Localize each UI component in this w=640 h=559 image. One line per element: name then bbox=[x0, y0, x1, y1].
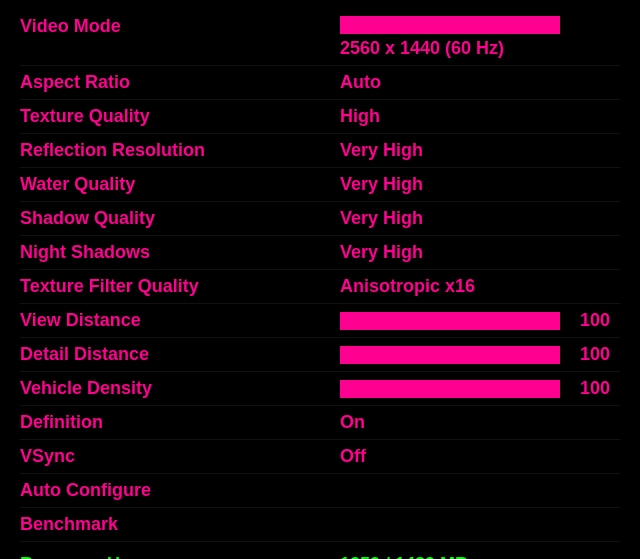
detail-distance-slider-value: 100 bbox=[570, 344, 610, 365]
auto-configure-row: Auto Configure bbox=[20, 474, 620, 508]
water-quality-value[interactable]: Very High bbox=[340, 174, 620, 195]
night-shadows-row: Night Shadows Very High bbox=[20, 236, 620, 270]
vehicle-density-label: Vehicle Density bbox=[20, 378, 340, 399]
definition-value[interactable]: On bbox=[340, 412, 620, 433]
view-distance-label: View Distance bbox=[20, 310, 340, 331]
video-mode-row: Video Mode 2560 x 1440 (60 Hz) bbox=[20, 10, 620, 66]
video-mode-label: Video Mode bbox=[20, 16, 340, 37]
texture-filter-quality-value[interactable]: Anisotropic x16 bbox=[340, 276, 620, 297]
view-distance-slider-container: 100 bbox=[340, 310, 620, 331]
resource-value: 1259 / 1489 MB bbox=[340, 554, 620, 559]
definition-row: Definition On bbox=[20, 406, 620, 440]
shadow-quality-label: Shadow Quality bbox=[20, 208, 340, 229]
view-distance-row: View Distance 100 bbox=[20, 304, 620, 338]
video-mode-resolution: 2560 x 1440 (60 Hz) bbox=[340, 38, 620, 59]
aspect-ratio-label: Aspect Ratio bbox=[20, 72, 340, 93]
resource-label: Resource Usage bbox=[20, 554, 340, 559]
texture-quality-row: Texture Quality High bbox=[20, 100, 620, 134]
detail-distance-slider-container: 100 bbox=[340, 344, 620, 365]
video-mode-right: 2560 x 1440 (60 Hz) bbox=[340, 16, 620, 59]
aspect-ratio-value[interactable]: Auto bbox=[340, 72, 620, 93]
water-quality-label: Water Quality bbox=[20, 174, 340, 195]
shadow-quality-value[interactable]: Very High bbox=[340, 208, 620, 229]
night-shadows-label: Night Shadows bbox=[20, 242, 340, 263]
vehicle-density-slider-value: 100 bbox=[570, 378, 610, 399]
vehicle-density-slider-bar[interactable] bbox=[340, 380, 560, 398]
texture-filter-quality-label: Texture Filter Quality bbox=[20, 276, 340, 297]
night-shadows-value[interactable]: Very High bbox=[340, 242, 620, 263]
reflection-resolution-label: Reflection Resolution bbox=[20, 140, 340, 161]
texture-filter-quality-row: Texture Filter Quality Anisotropic x16 bbox=[20, 270, 620, 304]
auto-configure-button[interactable]: Auto Configure bbox=[20, 480, 340, 501]
texture-quality-label: Texture Quality bbox=[20, 106, 340, 127]
settings-container: Video Mode 2560 x 1440 (60 Hz) Aspect Ra… bbox=[0, 0, 640, 559]
shadow-quality-row: Shadow Quality Very High bbox=[20, 202, 620, 236]
water-quality-row: Water Quality Very High bbox=[20, 168, 620, 202]
view-distance-slider-value: 100 bbox=[570, 310, 610, 331]
view-distance-slider-bar[interactable] bbox=[340, 312, 560, 330]
benchmark-row: Benchmark bbox=[20, 508, 620, 542]
benchmark-button[interactable]: Benchmark bbox=[20, 514, 340, 535]
reflection-resolution-row: Reflection Resolution Very High bbox=[20, 134, 620, 168]
detail-distance-label: Detail Distance bbox=[20, 344, 340, 365]
detail-distance-row: Detail Distance 100 bbox=[20, 338, 620, 372]
vsync-row: VSync Off bbox=[20, 440, 620, 474]
definition-label: Definition bbox=[20, 412, 340, 433]
video-mode-bar[interactable] bbox=[340, 16, 560, 34]
detail-distance-slider-bar[interactable] bbox=[340, 346, 560, 364]
vehicle-density-slider-container: 100 bbox=[340, 378, 620, 399]
aspect-ratio-row: Aspect Ratio Auto bbox=[20, 66, 620, 100]
texture-quality-value[interactable]: High bbox=[340, 106, 620, 127]
vehicle-density-row: Vehicle Density 100 bbox=[20, 372, 620, 406]
reflection-resolution-value[interactable]: Very High bbox=[340, 140, 620, 161]
vsync-value[interactable]: Off bbox=[340, 446, 620, 467]
resource-row: Resource Usage 1259 / 1489 MB bbox=[20, 546, 620, 559]
vsync-label: VSync bbox=[20, 446, 340, 467]
